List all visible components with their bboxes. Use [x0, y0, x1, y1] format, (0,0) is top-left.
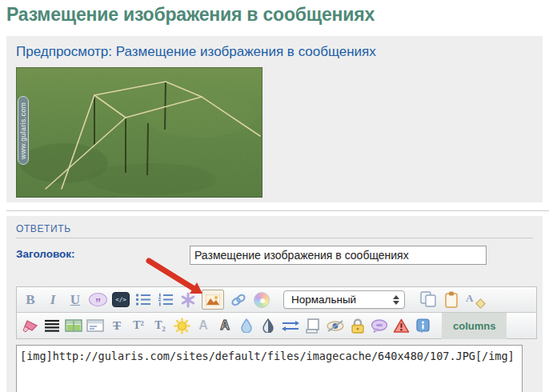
remove-format-letter: A — [466, 292, 473, 305]
info-icon — [416, 318, 430, 334]
info-button[interactable] — [414, 315, 431, 336]
quote-icon: ” — [89, 293, 107, 306]
image-icon — [202, 290, 224, 310]
color-wheel-icon — [254, 292, 270, 308]
strikethrough-icon: T — [113, 319, 121, 333]
italic-button[interactable]: I — [44, 290, 62, 310]
page-break-icon — [306, 318, 321, 334]
ordered-list-button[interactable] — [157, 290, 174, 310]
contrast-drop-icon — [262, 318, 274, 333]
unordered-list-icon — [135, 293, 151, 306]
color-wheel-button[interactable] — [253, 290, 270, 310]
subject-input[interactable] — [190, 246, 487, 265]
asterisk-button[interactable] — [179, 290, 197, 310]
code-icon: </> — [112, 292, 130, 307]
warning-triangle-icon — [393, 318, 410, 334]
justify-button[interactable] — [43, 315, 61, 336]
reply-panel: ОТВЕТИТЬ Заголовок: B I U ” </> — [6, 216, 543, 392]
columns-label: columns — [453, 320, 495, 332]
outline-letter-button[interactable]: A — [216, 315, 234, 336]
bold-icon: B — [26, 292, 34, 308]
asterisk-icon — [180, 292, 196, 308]
select-stepper-icon — [393, 295, 401, 305]
preview-panel: Предпросмотр: Размещение изображения в с… — [6, 36, 543, 202]
shadow-letter-icon: A — [198, 318, 208, 333]
grass-photo-image — [16, 67, 262, 198]
columns-button[interactable]: columns — [442, 313, 507, 339]
table-button[interactable] — [65, 315, 82, 336]
message-textarea[interactable]: [img]http://gularis.com/sites/default/fi… — [16, 345, 523, 392]
shadow-letter-button[interactable]: A — [194, 315, 212, 336]
superscript-button[interactable]: T² — [130, 315, 147, 336]
reply-section-label[interactable]: ОТВЕТИТЬ — [16, 223, 71, 234]
bold-button[interactable]: B — [22, 290, 39, 310]
swap-arrows-icon — [281, 320, 300, 332]
code-button[interactable]: </> — [112, 290, 130, 310]
editor-toolbar: B I U ” </> — [16, 286, 537, 339]
contrast-button[interactable] — [259, 315, 277, 336]
spoiler-eye-button[interactable] — [326, 315, 345, 336]
sun-button[interactable] — [173, 315, 190, 336]
toolbar-row-secondary: T T² T₂ A A — [17, 312, 536, 338]
ordered-list-icon — [158, 293, 174, 306]
table-icon — [65, 319, 82, 332]
eraser-icon — [475, 298, 486, 309]
underline-icon: U — [70, 292, 80, 308]
insert-image-button[interactable] — [202, 290, 224, 310]
speech-bubble-button[interactable] — [371, 315, 388, 336]
paste-button[interactable] — [443, 290, 460, 310]
superscript-icon: T² — [133, 319, 144, 332]
paste-icon — [444, 291, 459, 308]
reply-rule — [16, 238, 533, 238]
sun-icon — [174, 318, 190, 334]
page-title: Размещение изображения в сообщениях — [6, 2, 375, 26]
warning-button[interactable] — [392, 315, 410, 336]
drop-button[interactable] — [238, 315, 255, 336]
outline-letter-icon: A — [220, 318, 230, 333]
highlighter-button[interactable] — [22, 315, 39, 336]
photo-watermark: www.gularis.com — [18, 96, 29, 165]
quote-button[interactable]: ” — [89, 290, 107, 310]
window-icon — [86, 319, 104, 332]
toolbar-row-primary: B I U ” </> — [17, 287, 536, 312]
format-select-value: Нормальный — [291, 294, 393, 306]
swap-arrows-button[interactable] — [281, 315, 300, 336]
highlighter-icon — [22, 318, 39, 334]
format-select[interactable]: Нормальный — [283, 290, 405, 309]
preview-photo: www.gularis.com — [16, 67, 262, 198]
window-button[interactable] — [86, 315, 104, 336]
eye-slash-icon — [326, 320, 345, 332]
justify-icon — [44, 319, 60, 332]
unordered-list-button[interactable] — [134, 290, 152, 310]
lock-button[interactable] — [349, 315, 367, 336]
speech-bubble-icon — [371, 319, 388, 333]
italic-icon: I — [50, 292, 56, 308]
link-icon — [229, 293, 248, 307]
link-button[interactable] — [229, 290, 248, 310]
subscript-button[interactable]: T₂ — [151, 315, 169, 336]
copy-button[interactable] — [419, 290, 438, 310]
subject-label: Заголовок: — [16, 248, 75, 260]
page-break-button[interactable] — [304, 315, 322, 336]
underline-button[interactable]: U — [66, 290, 84, 310]
section-divider — [6, 210, 549, 211]
water-drop-icon — [241, 318, 252, 333]
remove-format-button[interactable]: A — [465, 290, 486, 310]
preview-heading: Предпросмотр: Размещение изображения в с… — [16, 44, 533, 60]
subscript-icon: T₂ — [154, 319, 166, 332]
lock-icon — [351, 318, 365, 334]
copy-icon — [419, 291, 438, 308]
strikethrough-button[interactable]: T — [108, 315, 126, 336]
